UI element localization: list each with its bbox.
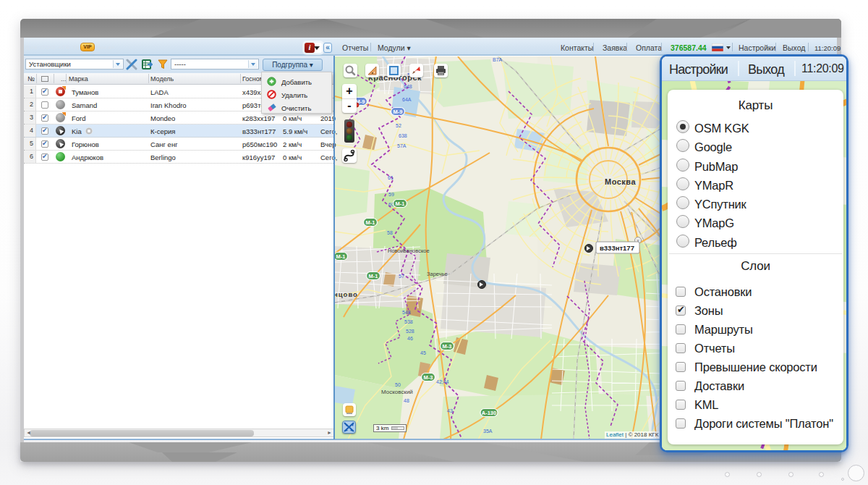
- svg-text:Москва: Москва: [605, 177, 636, 186]
- svg-text:57А: 57А: [397, 143, 407, 148]
- svg-text:57: 57: [399, 274, 404, 279]
- svg-text:35А: 35А: [483, 429, 493, 434]
- svg-text:48: 48: [404, 398, 409, 403]
- svg-text:50: 50: [395, 382, 401, 387]
- svg-text:46: 46: [407, 336, 413, 341]
- svg-text:М-3: М-3: [424, 374, 433, 381]
- svg-text:М-1: М-1: [369, 273, 378, 279]
- svg-text:М-3: М-3: [443, 343, 452, 350]
- svg-text:45: 45: [420, 350, 426, 355]
- svg-text:43: 43: [447, 408, 453, 413]
- svg-text:638: 638: [399, 133, 407, 138]
- svg-text:648: 648: [404, 84, 412, 89]
- svg-text:М-9: М-9: [393, 109, 403, 115]
- svg-text:Московский: Московский: [381, 389, 413, 395]
- svg-text:61: 61: [388, 175, 393, 180]
- svg-text:538: 538: [404, 319, 413, 324]
- svg-text:М-1: М-1: [396, 201, 405, 207]
- svg-text:52: 52: [396, 123, 401, 128]
- svg-text:58: 58: [387, 230, 393, 235]
- svg-text:548: 548: [402, 310, 411, 315]
- svg-text:Заречье: Заречье: [427, 271, 448, 277]
- svg-text:528: 528: [406, 329, 414, 334]
- svg-text:М-1: М-1: [336, 253, 346, 260]
- svg-text:А-130: А-130: [482, 410, 496, 416]
- svg-text:в333нт177: в333нт177: [600, 244, 634, 252]
- svg-text:64А: 64А: [402, 97, 412, 102]
- svg-text:42;44: 42;44: [436, 379, 449, 384]
- svg-text:М-1: М-1: [366, 219, 375, 226]
- svg-text:Новоивановское: Новоивановское: [388, 248, 430, 254]
- svg-text:нцово: нцово: [335, 290, 358, 298]
- svg-text:59: 59: [388, 192, 394, 197]
- svg-text:В7А: В7А: [493, 57, 503, 62]
